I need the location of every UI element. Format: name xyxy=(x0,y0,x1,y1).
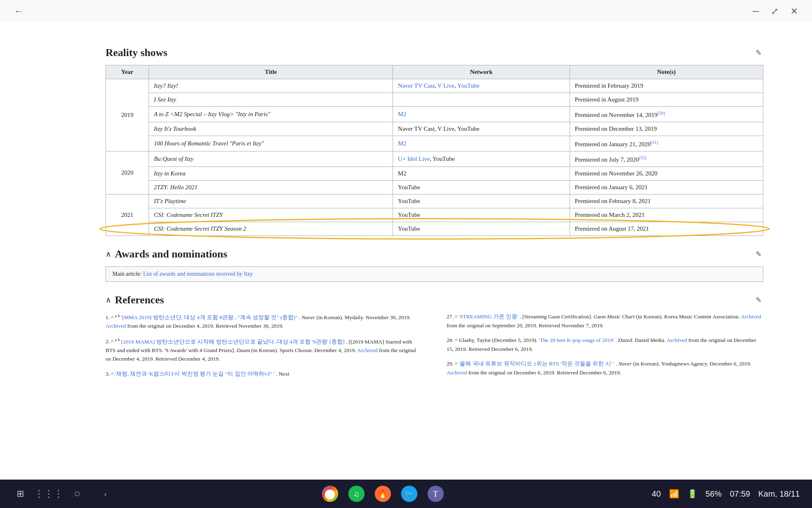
table-row-highlighted: CSI: Codename Secret ITZY Season 2 YouTu… xyxy=(106,222,763,236)
awards-section-heading: ∧ Awards and nominations ✎ xyxy=(106,248,763,260)
awards-title: ∧ Awards and nominations xyxy=(106,248,227,260)
archived-link[interactable]: Archived xyxy=(106,323,126,329)
ref-num: 2. ^ a b xyxy=(106,338,121,344)
notes-cell: Premiered on December 13, 2019 xyxy=(570,122,763,136)
signal-strength: 40 xyxy=(652,489,661,499)
window-chrome-left: ← xyxy=(12,4,25,19)
awards-edit-icon[interactable]: ✎ xyxy=(754,248,763,260)
ref-link[interactable]: [52] xyxy=(639,155,646,160)
ref-link[interactable]: 'The 20 best K-pop songs of 2019' xyxy=(539,337,614,343)
archived-link[interactable]: Archived xyxy=(667,337,687,343)
ref-link[interactable]: [51] xyxy=(651,140,658,145)
main-content: Reality shows ✎ Year Title Network Note(… xyxy=(0,22,812,480)
archived-link[interactable]: Archived xyxy=(447,370,467,376)
network-cell: Naver TV Cast, V Live, YouTube xyxy=(393,122,570,136)
list-item: 2. ^ a b [2019 MAMA] 방탄소년단으로 시작해 방탄소년단으로… xyxy=(106,337,422,363)
battery-percent: 56% xyxy=(706,489,722,499)
main-article-link[interactable]: List of awards and nominations received … xyxy=(143,271,253,277)
reality-shows-section-heading: Reality shows ✎ xyxy=(106,47,763,59)
ref-num: 1. ^ a b xyxy=(106,314,121,320)
list-item: 27. ^ 'STREAMING 가온 인증' . [Streaming Gao… xyxy=(447,312,763,330)
list-item: 1. ^ a b '[MMA 2019] 방탄소년단, 대상 4개 포함 8관왕… xyxy=(106,312,422,331)
network-link[interactable]: M2 xyxy=(398,111,406,117)
notes-cell: Premiered on January 21, 2020[51] xyxy=(570,136,763,151)
time-display: 07:59 xyxy=(730,489,750,499)
references-columns: 1. ^ a b '[MMA 2019] 방탄소년단, 대상 4개 포함 8관왕… xyxy=(106,312,763,385)
battery-icon: 🔋 xyxy=(687,489,698,499)
window-chrome: ← ─ ⤢ ✕ xyxy=(0,0,812,22)
ref-num: 29. ^ xyxy=(447,361,459,367)
grid-icon[interactable]: ⊞ xyxy=(12,486,28,502)
collapse-arrow-icon[interactable]: ∧ xyxy=(106,296,111,305)
main-article-note: Main article: List of awards and nominat… xyxy=(106,266,763,282)
year-cell-2020: 2020 xyxy=(106,151,149,195)
col-year: Year xyxy=(106,65,149,79)
back-nav-icon[interactable]: ‹ xyxy=(97,486,114,502)
network-cell: YouTube xyxy=(393,181,570,195)
main-article-prefix: Main article: xyxy=(112,271,142,277)
table-header-row: Year Title Network Note(s) xyxy=(106,65,763,79)
notes-cell: Premiered on November 14, 2019[50] xyxy=(570,107,763,122)
network-link[interactable]: M2 xyxy=(398,140,406,147)
ref-link[interactable]: 'STREAMING 가온 인증' xyxy=(459,313,518,320)
awards-section: ∧ Awards and nominations ✎ Main article:… xyxy=(106,248,763,282)
collapse-arrow-icon[interactable]: ∧ xyxy=(106,250,111,259)
notes-cell: Premiered on February 8, 2021 xyxy=(570,195,763,208)
network-cell: M2 xyxy=(393,136,570,151)
notes-cell-highlighted: Premiered on August 17, 2021 xyxy=(570,222,763,236)
title-cell: Bu:Quest of Itzy xyxy=(149,151,393,167)
network-link[interactable]: U+ Idol Live xyxy=(398,156,430,162)
reality-shows-table: Year Title Network Note(s) 2019 Itzy? It… xyxy=(106,65,763,236)
status-bar-left: ⊞ ⋮⋮⋮ ○ ‹ xyxy=(12,486,114,502)
maximize-button[interactable]: ⤢ xyxy=(769,4,780,19)
references-edit-icon[interactable]: ✎ xyxy=(754,294,763,306)
col-notes: Note(s) xyxy=(570,65,763,79)
network-link[interactable]: Naver TV Cast xyxy=(398,82,434,89)
references-section-heading: ∧ References ✎ xyxy=(106,294,763,306)
notes-cell: Premiered on March 2, 2021 xyxy=(570,208,763,222)
ref-num: 27. ^ xyxy=(447,313,459,320)
network-cell: M2 xyxy=(393,107,570,122)
table-row: 2021 IT'z Playtime YouTube Premiered on … xyxy=(106,195,763,208)
reality-shows-edit-icon[interactable]: ✎ xyxy=(754,47,763,59)
twitter-icon[interactable]: 🐦 xyxy=(401,486,417,502)
circle-icon[interactable]: ○ xyxy=(69,486,85,502)
title-cell: Itzy? Itzy! xyxy=(149,79,393,93)
close-button[interactable]: ✕ xyxy=(788,4,800,19)
ref-link[interactable]: '채령, 채연과 'K팝스티3'서 박진영 평가 눈길 "이 집안 어떡하나" … xyxy=(115,371,274,377)
year-cell-2019: 2019 xyxy=(106,79,149,151)
status-bar-center: ⬤ ♫ 🔥 🐦 T xyxy=(322,486,444,502)
table-row: 2019 Itzy? Itzy! Naver TV Cast, V Live, … xyxy=(106,79,763,93)
ref-link[interactable]: [2019 MAMA] 방탄소년단으로 시작해 방탄소년단으로 끝났다..대상 … xyxy=(121,338,345,344)
col-title: Title xyxy=(149,65,393,79)
phone-icon[interactable]: ⋮⋮⋮ xyxy=(41,486,57,502)
references-section: ∧ References ✎ 1. ^ a b '[MMA 2019] 방탄소년… xyxy=(106,294,763,385)
ref-link[interactable]: [50] xyxy=(657,110,665,115)
title-cell: IT'z Playtime xyxy=(149,195,393,208)
table-row: A to Z <M2 Special – Itzy Vlog> "Itzy in… xyxy=(106,107,763,122)
fire-icon[interactable]: 🔥 xyxy=(375,486,391,502)
ref-link[interactable]: '[MMA 2019] 방탄소년단, 대상 4개 포함 8관왕..."계속 성장… xyxy=(121,314,298,320)
table-row: Itzy in Korea M2 Premiered on November 2… xyxy=(106,167,763,181)
chrome-icon[interactable]: ⬤ xyxy=(322,486,338,502)
status-bar-right: 40 📶 🔋 56% 07:59 Kam, 18/11 xyxy=(652,489,800,499)
table-row: I See Itzy Premiered in August 2019 xyxy=(106,93,763,107)
title-cell: A to Z <M2 Special – Itzy Vlog> "Itzy in… xyxy=(149,107,393,122)
network-link[interactable]: YouTube xyxy=(457,82,479,89)
teams-icon[interactable]: T xyxy=(428,486,444,502)
back-button[interactable]: ← xyxy=(12,4,25,19)
network-cell: YouTube xyxy=(393,195,570,208)
year-cell-2021: 2021 xyxy=(106,195,149,236)
network-link[interactable]: V Live xyxy=(438,82,455,89)
date-display: Kam, 18/11 xyxy=(758,489,800,499)
spotify-icon[interactable]: ♫ xyxy=(348,486,365,502)
archived-link[interactable]: Archived xyxy=(741,313,761,320)
title-cell: CSI: Codename Secret ITZY xyxy=(149,208,393,222)
ref-link[interactable]: '올해 국내 유튜브 뮤직비디오 1위는 BTS '작은 것들을 위한 시' ' xyxy=(459,361,614,367)
archived-link[interactable]: Archived xyxy=(357,347,378,353)
title-cell: 100 Hours of Romantic Travel "Paris et I… xyxy=(149,136,393,151)
minimize-button[interactable]: ─ xyxy=(750,4,761,19)
list-item: 3. ^ '채령, 채연과 'K팝스티3'서 박진영 평가 눈길 "이 집안 어… xyxy=(106,370,422,378)
title-cell: Itzy in Korea xyxy=(149,167,393,181)
window-chrome-right: ─ ⤢ ✕ xyxy=(750,4,800,19)
